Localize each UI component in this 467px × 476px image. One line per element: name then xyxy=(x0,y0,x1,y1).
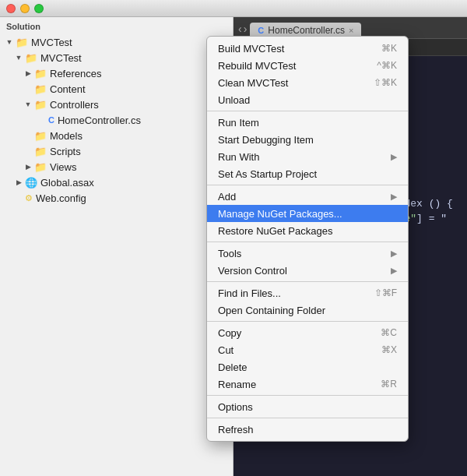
menu-item-start-debug[interactable]: Start Debugging Item xyxy=(207,131,408,148)
sidebar-item-homecontroller[interactable]: C HomeController.cs xyxy=(0,112,233,128)
sidebar-item-scripts[interactable]: 📁 Scripts xyxy=(0,143,233,159)
menu-item-startup[interactable]: Set As Startup Project xyxy=(207,165,408,182)
context-menu: Build MVCTest ⌘K Rebuild MVCTest ^⌘K Cle… xyxy=(206,36,409,442)
menu-item-rebuild[interactable]: Rebuild MVCTest ^⌘K xyxy=(207,57,408,74)
menu-label: Cut xyxy=(218,344,234,356)
sidebar-item-global-asax[interactable]: 🌐 Global.asax xyxy=(0,175,233,190)
menu-label: Build MVCTest xyxy=(218,43,284,55)
folder-icon: 📁 xyxy=(25,52,37,64)
sidebar-item-models[interactable]: 📁 Models xyxy=(0,128,233,143)
sidebar-item-web-config[interactable]: ⚙ Web.config xyxy=(0,190,233,206)
config-file-icon: ⚙ xyxy=(25,193,33,203)
menu-item-tools[interactable]: Tools ▶ xyxy=(207,245,408,262)
menu-label: Set As Startup Project xyxy=(218,168,317,180)
shortcut-label: ⌘K xyxy=(381,43,397,54)
submenu-arrow-icon: ▶ xyxy=(391,152,397,162)
tree-label: HomeController.cs xyxy=(58,115,141,126)
sidebar-header: Solution xyxy=(0,20,233,34)
menu-item-restore-nuget[interactable]: Restore NuGet Packages xyxy=(207,222,408,239)
tree-arrow-icon xyxy=(23,162,33,171)
menu-separator-2 xyxy=(207,185,408,185)
shortcut-label: ^⌘K xyxy=(377,60,397,71)
menu-item-clean[interactable]: Clean MVCTest ⇧⌘K xyxy=(207,74,408,91)
menu-label: Options xyxy=(218,401,253,413)
menu-item-open-folder[interactable]: Open Containing Folder xyxy=(207,301,408,319)
menu-label: Rebuild MVCTest xyxy=(218,60,296,72)
folder-icon: 📁 xyxy=(34,130,47,142)
menu-item-delete[interactable]: Delete xyxy=(207,358,408,376)
tab-filename: HomeController.cs xyxy=(268,25,345,36)
cs-file-icon: C xyxy=(48,115,54,125)
folder-icon: 📁 xyxy=(34,146,47,157)
menu-label: Manage NuGet Packages... xyxy=(218,208,342,220)
menu-label: Find in Files... xyxy=(218,287,281,299)
menu-item-options[interactable]: Options xyxy=(207,398,408,415)
sidebar-item-content[interactable]: 📁 Content xyxy=(0,81,233,97)
shortcut-label: ⇧⌘F xyxy=(374,287,397,298)
cs-tab-icon: C xyxy=(258,26,264,35)
tree-label: Web.config xyxy=(36,192,86,204)
tree-label: Global.asax xyxy=(40,177,94,189)
menu-item-run-with[interactable]: Run With ▶ xyxy=(207,148,408,165)
sidebar-item-controllers[interactable]: 📁 Controllers xyxy=(0,97,233,112)
shortcut-label: ⇧⌘K xyxy=(374,77,397,88)
folder-icon: 📁 xyxy=(34,68,47,79)
menu-label: Tools xyxy=(218,248,241,259)
menu-item-copy[interactable]: Copy ⌘C xyxy=(207,324,408,341)
asax-icon: 🌐 xyxy=(25,177,37,189)
menu-label: Delete xyxy=(218,361,248,373)
nav-forward-button[interactable]: › xyxy=(244,23,248,35)
tree-label: Content xyxy=(50,83,86,95)
tab-close-button[interactable]: × xyxy=(349,26,353,35)
menu-separator-3 xyxy=(207,242,408,242)
tree-arrow-icon xyxy=(23,69,33,78)
tree-arrow-icon xyxy=(23,84,33,93)
menu-item-manage-nuget[interactable]: Manage NuGet Packages... xyxy=(207,205,408,222)
tree-label: Views xyxy=(50,161,76,173)
sidebar-item-mvctest-root[interactable]: 📁 MVCTest xyxy=(0,34,233,50)
menu-label: Unload xyxy=(218,94,250,106)
tree-label: MVCTest xyxy=(31,37,72,48)
sidebar-item-mvctest-project[interactable]: 📁 MVCTest ⚙ ▼ xyxy=(0,50,233,65)
tree-arrow-icon xyxy=(23,131,33,140)
menu-label: Run With xyxy=(218,151,259,163)
menu-item-add[interactable]: Add ▶ xyxy=(207,188,408,205)
menu-label: Version Control xyxy=(218,265,287,277)
folder-icon: 📁 xyxy=(34,161,47,173)
folder-icon: 📁 xyxy=(34,83,47,95)
menu-item-run[interactable]: Run Item xyxy=(207,114,408,131)
ide-window: Solution 📁 MVCTest 📁 MVCTest ⚙ ▼ 📁 Refer… xyxy=(0,0,467,476)
shortcut-label: ⌘X xyxy=(381,344,397,355)
menu-separator-1 xyxy=(207,111,408,111)
tree-arrow-icon xyxy=(5,37,14,47)
tree-label: MVCTest xyxy=(40,52,82,64)
menu-label: Copy xyxy=(218,327,241,339)
menu-item-refresh[interactable]: Refresh xyxy=(207,421,408,438)
menu-label: Run Item xyxy=(218,117,259,129)
submenu-arrow-icon: ▶ xyxy=(391,192,397,202)
close-button[interactable] xyxy=(6,4,16,13)
menu-item-cut[interactable]: Cut ⌘X xyxy=(207,341,408,358)
menu-item-unload[interactable]: Unload xyxy=(207,91,408,108)
menu-label: Start Debugging Item xyxy=(218,134,314,146)
sidebar-item-views[interactable]: 📁 Views xyxy=(0,159,233,175)
shortcut-label: ⌘R xyxy=(381,379,397,390)
submenu-arrow-icon: ▶ xyxy=(391,266,397,276)
menu-separator-4 xyxy=(207,281,408,282)
sidebar-item-references[interactable]: 📁 References xyxy=(0,65,233,81)
tree-arrow-icon xyxy=(14,193,23,203)
title-bar xyxy=(0,0,467,17)
maximize-button[interactable] xyxy=(34,4,44,13)
menu-separator-5 xyxy=(207,321,408,322)
minimize-button[interactable] xyxy=(20,4,30,13)
menu-label: Clean MVCTest xyxy=(218,77,288,89)
sidebar: Solution 📁 MVCTest 📁 MVCTest ⚙ ▼ 📁 Refer… xyxy=(0,17,234,476)
menu-label: Restore NuGet Packages xyxy=(218,225,332,237)
menu-item-version-control[interactable]: Version Control ▶ xyxy=(207,262,408,279)
tree-label: Controllers xyxy=(50,99,99,111)
menu-label: Open Containing Folder xyxy=(218,305,325,316)
menu-item-rename[interactable]: Rename ⌘R xyxy=(207,376,408,393)
menu-item-build[interactable]: Build MVCTest ⌘K xyxy=(207,40,408,57)
menu-item-find[interactable]: Find in Files... ⇧⌘F xyxy=(207,284,408,301)
nav-back-button[interactable]: ‹ xyxy=(238,23,242,35)
